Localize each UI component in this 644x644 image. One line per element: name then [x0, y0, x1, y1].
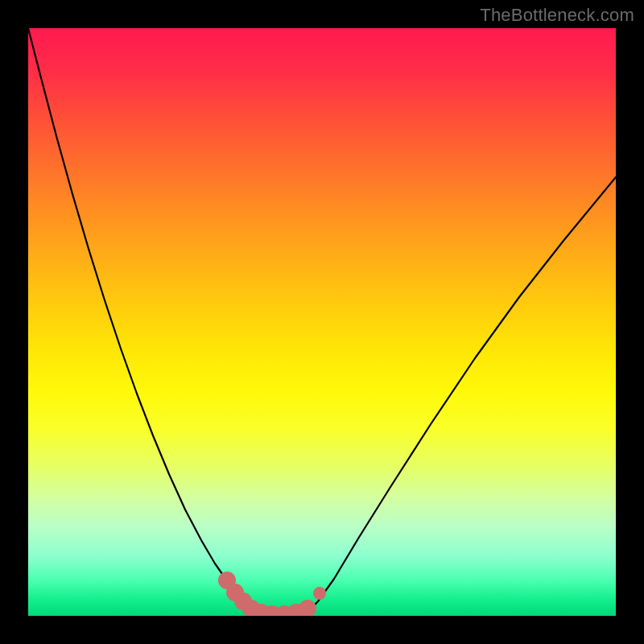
chart-frame: TheBottleneck.com — [0, 0, 644, 644]
highlight-marker — [313, 587, 326, 600]
watermark-text: TheBottleneck.com — [480, 5, 634, 26]
curve-path — [28, 28, 616, 615]
plot-area — [28, 28, 616, 616]
curve-layer — [28, 28, 616, 616]
highlight-marker — [299, 600, 316, 616]
highlight-markers — [218, 572, 326, 616]
bottleneck-curve — [28, 28, 616, 615]
